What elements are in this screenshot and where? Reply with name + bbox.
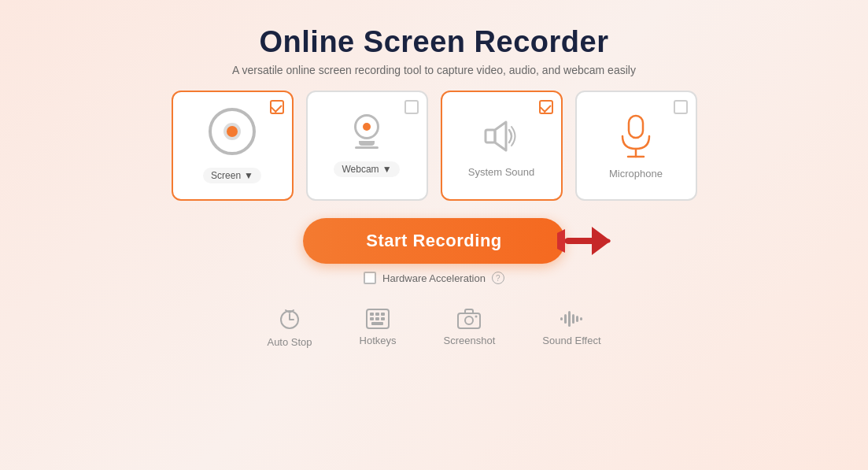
hardware-acceleration-row: Hardware Acceleration ?: [364, 272, 504, 284]
start-recording-area: Start Recording: [303, 218, 565, 284]
sound-effect-label: Sound Effect: [542, 335, 600, 346]
screen-dropdown[interactable]: Screen ▼: [203, 168, 261, 183]
webcam-dropdown[interactable]: Webcam ▼: [334, 161, 399, 177]
page-title: Online Screen Recorder: [232, 25, 636, 59]
svg-rect-17: [371, 322, 383, 325]
svg-point-19: [465, 316, 473, 324]
svg-rect-25: [576, 316, 578, 322]
webcam-dropdown-label: Webcam: [342, 164, 379, 175]
screen-card[interactable]: Screen ▼: [172, 91, 294, 201]
arrow-pointer-visual: [565, 227, 611, 255]
page-subtitle: A versatile online screen recording tool…: [232, 64, 636, 76]
svg-rect-11: [370, 313, 374, 316]
hardware-acceleration-label: Hardware Acceleration: [382, 272, 486, 284]
chevron-down-icon: ▼: [382, 164, 392, 175]
webcam-checkbox[interactable]: [404, 100, 419, 114]
system-sound-label: System Sound: [468, 166, 535, 178]
svg-rect-14: [370, 317, 374, 320]
chevron-down-icon: ▼: [244, 170, 253, 181]
page-header: Online Screen Recorder A versatile onlin…: [232, 25, 636, 76]
svg-rect-24: [572, 314, 574, 324]
hotkeys-tool[interactable]: Hotkeys: [360, 308, 397, 346]
svg-rect-16: [381, 317, 385, 320]
system-sound-icon: [479, 114, 523, 158]
screen-icon: [209, 108, 256, 155]
screen-checkbox[interactable]: [270, 100, 284, 114]
microphone-label: Microphone: [609, 168, 663, 179]
bottom-tools-bar: Auto Stop Hotkeys: [267, 306, 600, 348]
microphone-icon: [616, 113, 656, 160]
auto-stop-icon: [277, 306, 302, 331]
screenshot-tool[interactable]: Screenshot: [444, 308, 496, 346]
svg-rect-12: [375, 313, 379, 316]
sound-effect-icon: [559, 308, 584, 330]
options-cards: Screen ▼ Webcam ▼: [172, 91, 697, 201]
microphone-checkbox[interactable]: [674, 100, 688, 114]
svg-rect-2: [629, 116, 643, 138]
svg-rect-21: [560, 317, 563, 320]
svg-rect-15: [375, 317, 379, 320]
system-sound-checkbox[interactable]: [539, 100, 553, 114]
hardware-acceleration-checkbox[interactable]: [364, 272, 376, 284]
start-recording-button[interactable]: Start Recording: [303, 218, 565, 264]
svg-marker-8: [592, 227, 611, 255]
webcam-icon: [354, 114, 379, 149]
sound-effect-tool[interactable]: Sound Effect: [542, 308, 600, 346]
svg-rect-7: [565, 238, 595, 244]
svg-rect-22: [564, 314, 567, 324]
svg-rect-13: [381, 313, 385, 316]
system-sound-card[interactable]: System Sound: [441, 91, 563, 201]
svg-marker-1: [495, 122, 506, 150]
auto-stop-label: Auto Stop: [267, 336, 312, 348]
screenshot-label: Screenshot: [444, 335, 496, 346]
svg-rect-0: [486, 130, 495, 142]
screenshot-icon: [456, 308, 482, 330]
hardware-acceleration-info-icon[interactable]: ?: [492, 272, 504, 284]
hotkeys-icon: [365, 308, 390, 330]
svg-rect-26: [580, 317, 582, 320]
microphone-card[interactable]: Microphone: [575, 91, 697, 201]
webcam-card[interactable]: Webcam ▼: [306, 91, 428, 201]
svg-point-20: [475, 316, 478, 318]
auto-stop-tool[interactable]: Auto Stop: [267, 306, 312, 348]
screen-dropdown-label: Screen: [211, 170, 241, 181]
hotkeys-label: Hotkeys: [360, 335, 397, 346]
svg-rect-23: [568, 311, 571, 327]
